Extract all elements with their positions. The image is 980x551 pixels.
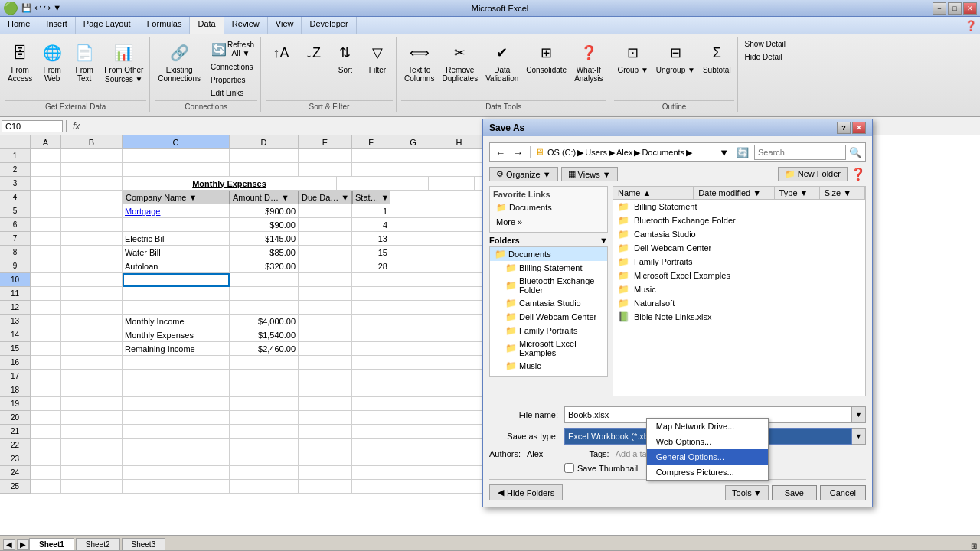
- text-to-columns-button[interactable]: ⟺ Text toColumns: [401, 38, 437, 85]
- list-item[interactable]: 📁 Billing Statement: [613, 200, 865, 214]
- tab-page-layout[interactable]: Page Layout: [76, 17, 139, 34]
- cell-c6[interactable]: [122, 218, 230, 232]
- tools-menu-map-network[interactable]: Map Network Drive...: [647, 419, 768, 434]
- cell-d12[interactable]: [230, 301, 299, 315]
- remove-duplicates-button[interactable]: ✂ RemoveDuplicates: [439, 38, 481, 85]
- cell-h9[interactable]: [436, 259, 482, 273]
- cell-f13[interactable]: [352, 315, 390, 328]
- cell-h4[interactable]: [436, 191, 482, 204]
- tab-insert[interactable]: Insert: [38, 17, 76, 34]
- cell-d9[interactable]: $320.00: [230, 259, 299, 273]
- list-item[interactable]: 📁 Naturalsoft: [613, 296, 865, 310]
- breadcrumb-documents[interactable]: Documents: [642, 148, 684, 157]
- cell-c8[interactable]: Water Bill: [122, 246, 230, 259]
- col-header-date[interactable]: Date modified ▼: [694, 187, 774, 199]
- cell-b12[interactable]: [61, 301, 122, 315]
- tree-item-camtasia[interactable]: 📁 Camtasia Studio: [490, 296, 607, 310]
- from-web-button[interactable]: 🌐 FromWeb: [37, 38, 67, 85]
- dialog-close-button[interactable]: ✕: [852, 122, 866, 134]
- cell-h2[interactable]: [436, 163, 482, 177]
- cell-e8[interactable]: [299, 246, 352, 259]
- cell-b4[interactable]: [61, 191, 122, 204]
- tab-sheet3[interactable]: Sheet3: [122, 538, 166, 550]
- tree-item-documents[interactable]: 📁 Documents: [490, 247, 607, 261]
- cell-f14[interactable]: [352, 328, 390, 342]
- save-thumbnail-checkbox[interactable]: [564, 463, 574, 473]
- cell-h1[interactable]: [436, 149, 482, 163]
- cell-g12[interactable]: [390, 301, 436, 315]
- what-if-button[interactable]: ❓ What-IfAnalysis: [571, 38, 606, 85]
- cell-d8[interactable]: $85.00: [230, 246, 299, 259]
- edit-links-button[interactable]: Edit Links: [208, 87, 257, 99]
- cell-h11[interactable]: [436, 287, 482, 301]
- sheet-nav-right[interactable]: ▶: [17, 539, 29, 550]
- cell-f8[interactable]: 15: [352, 246, 390, 259]
- cell-g11[interactable]: [390, 287, 436, 301]
- cell-h6[interactable]: [436, 218, 482, 232]
- existing-connections-button[interactable]: 🔗 ExistingConnections: [155, 38, 204, 85]
- cell-b9[interactable]: [61, 259, 122, 273]
- cell-g13[interactable]: [390, 315, 436, 328]
- tab-sheet1[interactable]: Sheet1: [29, 538, 74, 550]
- cell-g7[interactable]: [390, 232, 436, 246]
- tab-sheet2[interactable]: Sheet2: [76, 538, 120, 550]
- cell-a10[interactable]: [31, 273, 61, 287]
- sort-az-button[interactable]: ↑A: [266, 38, 296, 68]
- tree-item-excel-examples[interactable]: 📁 Microsoft Excel Examples: [490, 337, 607, 359]
- cell-b15[interactable]: [61, 342, 122, 356]
- cell-e1[interactable]: [299, 149, 352, 163]
- cell-f5[interactable]: 1: [352, 204, 390, 218]
- cell-c7[interactable]: Electric Bill: [122, 232, 230, 246]
- cell-a4[interactable]: [31, 191, 61, 204]
- cell-b6[interactable]: [61, 218, 122, 232]
- save-button[interactable]: Save: [772, 485, 817, 500]
- close-button[interactable]: ✕: [963, 2, 977, 15]
- from-text-button[interactable]: 📄 FromText: [69, 38, 100, 85]
- sort-za-button[interactable]: ↓Z: [298, 38, 328, 68]
- tab-review[interactable]: Review: [224, 17, 268, 34]
- sort-button[interactable]: ⇅ Sort: [330, 38, 361, 77]
- cell-f3[interactable]: [390, 177, 429, 191]
- cell-b2[interactable]: [61, 163, 122, 177]
- cell-g10[interactable]: [390, 273, 436, 287]
- cell-d1[interactable]: [230, 149, 299, 163]
- cell-e14[interactable]: [299, 328, 352, 342]
- cell-e15[interactable]: [299, 342, 352, 356]
- cell-h15[interactable]: [436, 342, 482, 356]
- forward-button[interactable]: →: [511, 145, 525, 161]
- new-folder-button[interactable]: 📁 New Folder: [778, 167, 848, 181]
- cancel-button[interactable]: Cancel: [820, 485, 866, 500]
- breadcrumb-os[interactable]: OS (C:): [547, 148, 576, 157]
- cell-c3[interactable]: Monthly Expenses: [122, 177, 337, 191]
- maximize-button[interactable]: □: [948, 2, 962, 15]
- tab-view[interactable]: View: [268, 17, 302, 34]
- cell-h5[interactable]: [436, 204, 482, 218]
- tools-menu-compress-pictures[interactable]: Compress Pictures...: [647, 465, 768, 480]
- cell-f1[interactable]: [352, 149, 390, 163]
- cell-f12[interactable]: [352, 301, 390, 315]
- cell-d14[interactable]: $1,540.00: [230, 328, 299, 342]
- cell-d4[interactable]: Amount D… ▼: [230, 191, 299, 204]
- cell-g2[interactable]: [390, 163, 436, 177]
- cell-c4[interactable]: Company Name ▼: [122, 191, 230, 204]
- connections-button[interactable]: Connections: [208, 61, 257, 73]
- cell-b1[interactable]: [61, 149, 122, 163]
- tools-menu-general-options[interactable]: General Options...: [647, 449, 768, 465]
- tree-item-family[interactable]: 📁 Family Portraits: [490, 324, 607, 337]
- dialog-help-icon[interactable]: ❓: [851, 167, 866, 181]
- cell-f10[interactable]: [352, 273, 390, 287]
- folders-toggle[interactable]: ▼: [599, 236, 608, 245]
- hide-detail-button[interactable]: Hide Detail: [743, 51, 788, 63]
- cell-c1[interactable]: [122, 149, 230, 163]
- cell-g14[interactable]: [390, 328, 436, 342]
- cell-e7[interactable]: [299, 232, 352, 246]
- cell-b13[interactable]: [61, 315, 122, 328]
- cell-b7[interactable]: [61, 232, 122, 246]
- add-sheet-button[interactable]: ⊞: [968, 542, 980, 550]
- cell-h13[interactable]: [436, 315, 482, 328]
- cell-c5[interactable]: Mortgage: [122, 204, 230, 218]
- cell-a13[interactable]: [31, 315, 61, 328]
- cell-a11[interactable]: [31, 287, 61, 301]
- cell-a14[interactable]: [31, 328, 61, 342]
- cell-b3[interactable]: [61, 177, 122, 191]
